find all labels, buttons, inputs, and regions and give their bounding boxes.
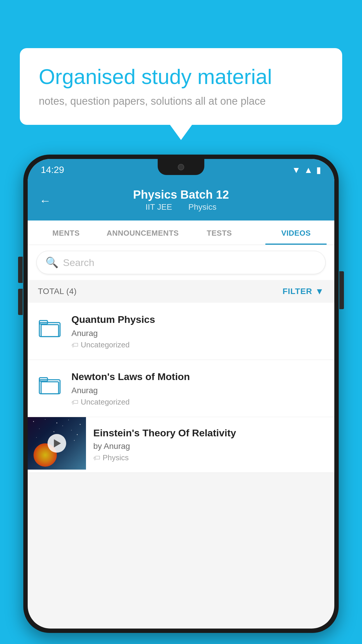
svg-point-11	[39, 428, 40, 429]
svg-point-7	[45, 419, 45, 420]
camera	[178, 164, 184, 170]
video-item-newton[interactable]: Newton's Laws of Motion Anurag 🏷 Uncateg…	[28, 360, 334, 417]
header-subtitle-physics: Physics	[188, 202, 216, 211]
header-title-block: Physics Batch 12 IIT JEE Physics	[133, 188, 229, 212]
search-icon: 🔍	[45, 256, 59, 269]
tag-label-newton: Uncategorized	[81, 398, 130, 407]
svg-point-16	[62, 426, 63, 426]
folder-svg-newton	[39, 375, 61, 394]
video-title-newton: Newton's Laws of Motion	[71, 370, 326, 383]
speech-bubble: Organised study material notes, question…	[20, 48, 342, 125]
tab-ments[interactable]: MENTS	[28, 220, 104, 245]
tag-icon-einstein: 🏷	[93, 454, 100, 462]
header-subtitle: IIT JEE Physics	[133, 202, 229, 212]
video-title-quantum: Quantum Physics	[71, 313, 326, 326]
einstein-title: Einstein's Theory Of Relativity	[93, 427, 327, 439]
search-bar[interactable]: 🔍 Search	[36, 251, 326, 274]
filter-bar: TOTAL (4) FILTER ▼	[28, 280, 334, 303]
video-author-newton: Anurag	[71, 386, 326, 395]
bubble-subtitle: notes, question papers, solutions all at…	[39, 95, 323, 107]
tab-announcements[interactable]: ANNOUNCEMENTS	[104, 220, 181, 245]
status-bar: 14:29 ▼ ▲ ▮	[28, 159, 334, 181]
tag-icon-newton: 🏷	[71, 398, 78, 406]
video-tag-newton: 🏷 Uncategorized	[71, 398, 326, 407]
phone-frame: 14:29 ▼ ▲ ▮ ← Physics Batch 12 IIT JEE P…	[23, 155, 339, 633]
play-button[interactable]	[48, 434, 66, 453]
svg-point-8	[57, 423, 57, 424]
app-header: ← Physics Batch 12 IIT JEE Physics	[28, 181, 334, 220]
folder-icon-quantum	[36, 314, 63, 341]
filter-label: FILTER	[282, 287, 312, 296]
svg-point-12	[54, 431, 55, 432]
svg-point-10	[80, 424, 81, 425]
battery-icon: ▮	[316, 165, 321, 175]
video-info-quantum: Quantum Physics Anurag 🏷 Uncategorized	[71, 313, 326, 349]
folder-icon-newton	[36, 372, 63, 398]
status-icons: ▼ ▲ ▮	[292, 165, 321, 175]
video-tag-quantum: 🏷 Uncategorized	[71, 340, 326, 349]
play-triangle-icon	[54, 439, 61, 447]
einstein-info: Einstein's Theory Of Relativity by Anura…	[86, 417, 334, 473]
video-item-einstein[interactable]: Einstein's Theory Of Relativity by Anura…	[28, 417, 334, 473]
svg-point-9	[68, 420, 69, 420]
header-subtitle-iitjee: IIT JEE	[145, 202, 172, 211]
tab-bar: MENTS ANNOUNCEMENTS TESTS VIDEOS	[28, 220, 334, 245]
einstein-author: by Anurag	[93, 442, 327, 451]
volume-down-button[interactable]	[18, 289, 23, 315]
einstein-thumbnail	[28, 417, 86, 470]
svg-point-17	[74, 440, 75, 441]
speech-bubble-wrapper: Organised study material notes, question…	[20, 48, 342, 125]
filter-button[interactable]: FILTER ▼	[282, 286, 324, 296]
svg-point-6	[33, 421, 34, 422]
svg-rect-5	[41, 382, 59, 394]
einstein-tag: 🏷 Physics	[93, 453, 327, 462]
phone-screen: 14:29 ▼ ▲ ▮ ← Physics Batch 12 IIT JEE P…	[28, 159, 334, 629]
notch	[158, 159, 204, 175]
svg-point-13	[71, 430, 72, 430]
status-time: 14:29	[41, 164, 64, 175]
tab-tests[interactable]: TESTS	[181, 220, 258, 245]
total-count: TOTAL (4)	[38, 287, 77, 296]
tab-videos[interactable]: VIDEOS	[258, 220, 334, 245]
wifi-icon: ▼	[292, 165, 301, 175]
filter-funnel-icon: ▼	[315, 286, 324, 296]
svg-point-14	[77, 434, 78, 435]
volume-up-button[interactable]	[18, 257, 23, 283]
folder-svg-quantum	[39, 318, 61, 337]
tag-label-quantum: Uncategorized	[81, 340, 130, 349]
bubble-title: Organised study material	[39, 64, 323, 89]
svg-point-15	[36, 437, 37, 438]
header-title: Physics Batch 12	[133, 188, 229, 201]
video-author-quantum: Anurag	[71, 329, 326, 338]
svg-rect-2	[41, 325, 59, 337]
video-info-newton: Newton's Laws of Motion Anurag 🏷 Uncateg…	[71, 370, 326, 407]
signal-icon: ▲	[304, 165, 313, 175]
video-item-quantum[interactable]: Quantum Physics Anurag 🏷 Uncategorized	[28, 303, 334, 360]
search-container: 🔍 Search	[28, 245, 334, 280]
search-placeholder: Search	[63, 257, 94, 268]
tag-icon-quantum: 🏷	[71, 341, 78, 349]
back-button[interactable]: ←	[39, 194, 51, 207]
power-button[interactable]	[339, 271, 344, 309]
tag-label-einstein: Physics	[103, 453, 129, 462]
